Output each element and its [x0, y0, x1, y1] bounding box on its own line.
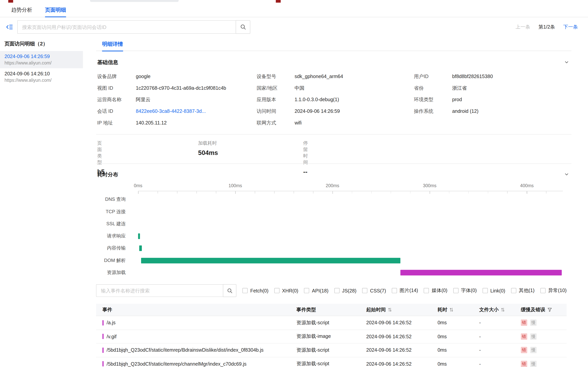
- checkbox-icon: [362, 288, 367, 293]
- axis-tick-label: 0ms: [134, 183, 142, 188]
- field-value: google: [136, 73, 257, 79]
- sort-icon[interactable]: [450, 308, 453, 312]
- table-row[interactable]: /5bd1bjqh_Q23odCf/static/itemrep/Bdrains…: [96, 343, 567, 357]
- checkbox-icon: [274, 288, 279, 293]
- slow-badge: 慢: [530, 320, 537, 326]
- basic-info-grid: 设备品牌 google 设备型号 sdk_gphone64_arm64 用户ID…: [97, 70, 571, 129]
- sort-icon[interactable]: [501, 308, 505, 312]
- field-value: 2024-09-06 14:26:59: [295, 108, 414, 114]
- waterfall-track: [138, 242, 563, 254]
- field-value: 中国: [295, 84, 414, 91]
- event-filter-toolbar: Fetch(0) XHR(0) API(18) JS(28) CSS(7) 图片…: [96, 284, 567, 297]
- field-value: 140.205.11.12: [136, 120, 257, 126]
- search-icon: [227, 288, 232, 293]
- field-value: android (12): [452, 108, 571, 114]
- waterfall-row-label: TCP 连接: [96, 209, 126, 215]
- tab-trend-analysis[interactable]: 趋势分析: [11, 3, 32, 17]
- waterfall-track: [138, 254, 563, 267]
- resource-marker: [102, 320, 103, 325]
- visit-url: https://www.aliyun.com/: [4, 60, 83, 66]
- chart-axis-line: [138, 191, 563, 194]
- browser-strip-artifact: [0, 0, 588, 3]
- waterfall-bar: [141, 258, 401, 263]
- session-search-input[interactable]: [17, 20, 236, 34]
- tab-page-detail[interactable]: 页面明细: [45, 3, 66, 17]
- field-value: 1.1.0-0.3.0-debug(1): [295, 97, 414, 102]
- field-label: 会话 ID: [97, 108, 136, 115]
- resource-marker: [102, 348, 103, 353]
- field-label: 访问时间: [257, 108, 295, 115]
- browser-favicon-artifact: [8, 0, 13, 3]
- browser-tab-artifact: [90, 0, 179, 2]
- field-value: prod: [452, 97, 571, 102]
- app-root: 趋势分析 页面明细 上一条 第1/2条 下一条 页面访问明细（2） 2024-0: [0, 0, 588, 367]
- chevron-down-icon[interactable]: [564, 60, 569, 67]
- col-event: 事件: [96, 306, 296, 313]
- field-label: 联网方式: [257, 119, 295, 126]
- waterfall-track: [138, 230, 563, 242]
- detail-panel: 明细详情 基础信息 设备品牌 google 设备型号 sdk_gphone64_…: [96, 37, 571, 367]
- filter-checkbox-media[interactable]: 媒体(0): [424, 287, 447, 294]
- filter-checkbox-other[interactable]: 其他(1): [511, 287, 534, 294]
- waterfall-row-label: DNS 查询: [96, 196, 126, 203]
- col-event-type: 事件类型: [297, 306, 366, 313]
- table-row[interactable]: /v.gif 资源加载-image 2024-09-06 14:26:52 0m…: [96, 330, 567, 343]
- filter-funnel-icon[interactable]: [547, 308, 552, 312]
- basic-info-title: 基础信息: [97, 59, 118, 66]
- collapse-sidebar-icon[interactable]: [6, 24, 13, 31]
- next-record-button[interactable]: 下一条: [563, 24, 578, 31]
- checkbox-icon: [511, 288, 516, 293]
- visit-list-item[interactable]: 2024-09-06 14:26:10 https://www.aliyun.c…: [0, 68, 83, 85]
- event-search-input[interactable]: [96, 284, 223, 297]
- waterfall-row: DNS 查询: [96, 193, 571, 206]
- slow-badge: 慢: [530, 333, 537, 340]
- events-table-header: 事件 事件类型 起始时间 耗时 文件大小 缓慢及错误: [96, 304, 567, 316]
- checkbox-icon: [334, 288, 340, 293]
- event-search-button[interactable]: [223, 284, 237, 297]
- field-label: 省份: [414, 84, 452, 91]
- axis-tick-label: 100ms: [229, 183, 242, 188]
- field-label: 运营商名称: [97, 96, 136, 103]
- visit-list-panel: 页面访问明细（2） 2024-09-06 14:26:59 https://ww…: [0, 37, 90, 85]
- col-file-size[interactable]: 文件大小: [479, 306, 521, 313]
- filter-checkbox-error[interactable]: 异常(10): [540, 287, 566, 294]
- filter-checkbox-image[interactable]: 图片(14): [392, 287, 418, 294]
- filter-checkbox-css[interactable]: CSS(7): [362, 288, 386, 293]
- checkbox-icon: [424, 288, 429, 293]
- session-search-button[interactable]: [236, 20, 250, 34]
- filter-checkbox-font[interactable]: 字体(0): [453, 287, 477, 294]
- field-label: 用户ID: [414, 73, 452, 80]
- waterfall-track: [138, 267, 563, 279]
- prev-record-button[interactable]: 上一条: [516, 24, 530, 31]
- session-id-link[interactable]: 8422ee60-3ca8-4422-8387-3d...: [136, 108, 257, 114]
- filter-checkbox-link[interactable]: Link(0): [483, 288, 505, 293]
- chevron-down-icon[interactable]: [564, 172, 569, 178]
- tab-detail-info[interactable]: 明细详情: [102, 37, 123, 51]
- table-row[interactable]: /a.js 资源加载-script 2024-09-06 14:26:52 0m…: [96, 316, 567, 330]
- waterfall-bar: [138, 234, 140, 239]
- error-badge: 错: [521, 347, 527, 353]
- visit-time: 2024-09-06 14:26:10: [4, 71, 83, 76]
- visit-list-title: 页面访问明细（2）: [4, 41, 90, 47]
- table-row[interactable]: /5bd1bjqh_Q23odCf/static/itemrep/channel…: [96, 357, 567, 367]
- filter-checkbox-js[interactable]: JS(28): [334, 288, 357, 293]
- sort-icon[interactable]: [388, 308, 392, 312]
- waterfall-bar: [139, 245, 142, 251]
- filter-checkbox-fetch[interactable]: Fetch(0): [242, 288, 268, 293]
- error-badge: 错: [521, 333, 527, 340]
- field-label: 视图 ID: [97, 84, 136, 91]
- filter-checkbox-api[interactable]: API(18): [304, 288, 329, 293]
- waterfall-row: DOM 解析: [96, 254, 571, 267]
- field-label: 应用版本: [257, 96, 295, 103]
- visit-list-item[interactable]: 2024-09-06 14:26:59 https://www.aliyun.c…: [0, 51, 83, 68]
- waterfall-row: TCP 连接: [96, 206, 571, 218]
- filter-checkbox-xhr[interactable]: XHR(0): [274, 288, 298, 293]
- timing-title: 耗时分布: [97, 171, 118, 178]
- waterfall-row-label: 内容传输: [96, 245, 126, 251]
- waterfall-track: [138, 206, 563, 218]
- col-start-time[interactable]: 起始时间: [366, 306, 438, 313]
- col-duration[interactable]: 耗时: [438, 306, 479, 313]
- field-value: wifi: [295, 120, 414, 126]
- checkbox-icon: [242, 288, 247, 293]
- waterfall-row: 资源加载: [96, 267, 571, 279]
